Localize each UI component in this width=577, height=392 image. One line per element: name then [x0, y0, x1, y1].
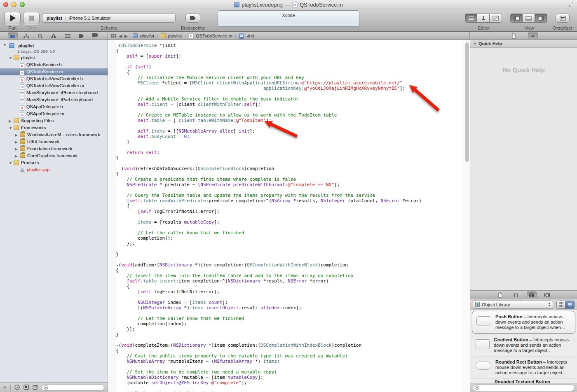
version-editor-button[interactable] — [490, 14, 502, 23]
navigator-row-mainstoryboard-ipad-storyboard[interactable]: MainStoryboard_iPad.storyboard — [0, 96, 108, 103]
unsaved-files-icon[interactable] — [33, 385, 38, 390]
navigator-row-qstodoservice-h[interactable]: hQSTodoService.h — [0, 61, 108, 68]
code-line: // Let the caller know that we finished — [116, 230, 464, 236]
search-navigator-icon[interactable] — [35, 33, 45, 39]
library-item-gradient-button[interactable]: Gradient Button – Intercepts mouse-down … — [471, 334, 576, 357]
code-line: self.client = [client clientWithFilter:s… — [116, 102, 464, 107]
forward-button[interactable]: ▶ — [124, 34, 128, 38]
navigator-row-supporting-files[interactable]: ▶Supporting Files — [0, 117, 108, 124]
project-navigator-icon[interactable] — [8, 33, 18, 39]
navigator-row-foundation-framework[interactable]: ▶Foundation.framework — [0, 145, 108, 152]
code-line: completion(); — [116, 236, 464, 241]
library-item-rounded-rect-button[interactable]: Rounded Rect Button – Intercepts mouse-d… — [471, 357, 576, 379]
back-button[interactable]: ◀ — [119, 34, 122, 38]
breakpoints-button[interactable] — [185, 14, 200, 23]
library-item-rounded-textured-button[interactable]: Rounded Textured Button — [471, 379, 576, 383]
editor-scrollbar[interactable] — [464, 40, 470, 392]
framework-icon — [20, 139, 25, 144]
navigator-row-qstodolistviewcontroller-m[interactable]: mQSTodoListViewController.m — [0, 82, 108, 89]
code-area[interactable]: -(QSTodoService *)init{ self = [super in… — [116, 43, 464, 392]
code-snippet-library-icon[interactable]: { } — [511, 292, 521, 298]
scheme-selector[interactable]: playlist 〉 iPhone 5.1 Simulator — [42, 14, 176, 23]
run-button[interactable] — [4, 12, 21, 24]
assistant-editor-button[interactable] — [477, 14, 490, 23]
disclosure-triangle-icon[interactable]: ▼ — [9, 125, 14, 132]
code-line: { — [116, 284, 464, 289]
code-line: { — [116, 268, 464, 273]
quick-help-inspector-icon[interactable]: ≈ — [528, 33, 538, 39]
folder-icon — [14, 55, 19, 60]
code-line: }]; — [116, 327, 464, 332]
navigator-row-qstodoservice-m[interactable]: mQSTodoService.m — [0, 68, 108, 75]
code-line: items = [results mutableCopy]; — [116, 219, 464, 225]
file-inspector-icon[interactable] — [509, 33, 519, 39]
navigator-project-row[interactable]: ▼ playlist 1 target, iOS SDK 6.0 — [0, 40, 108, 54]
code-line — [116, 294, 464, 300]
navigator-selector-bar — [0, 32, 108, 40]
disclosure-triangle-icon[interactable]: ▶ — [15, 132, 20, 139]
navigator-row-qstodolistviewcontroller-h[interactable]: hQSTodoListViewController.h — [0, 75, 108, 82]
title-separator: — — [285, 2, 290, 8]
navigator-row-windowsazurem-rvices-framework[interactable]: ▶WindowsAzureM…rvices.framework — [0, 131, 108, 138]
code-line — [116, 385, 464, 391]
navigator-row-frameworks[interactable]: ▼Frameworks — [0, 124, 108, 131]
storyboard-icon — [20, 97, 24, 102]
crumb-group[interactable]: playlist — [168, 33, 182, 38]
toggle-utilities-button[interactable] — [535, 14, 547, 23]
navigator-filter-field[interactable] — [42, 384, 104, 391]
object-library-icon[interactable] — [527, 292, 537, 298]
m-file-crumb-icon: m — [188, 33, 193, 38]
disclosure-triangle-icon[interactable]: ▶ — [15, 153, 20, 160]
standard-editor-button[interactable] — [465, 14, 477, 23]
project-name: playlist — [18, 43, 34, 48]
library-dropdown[interactable]: Object Library — [473, 301, 553, 309]
breakpoint-navigator-icon[interactable] — [76, 33, 86, 39]
disclosure-triangle-icon[interactable]: ▶ — [15, 146, 20, 153]
quick-help-header[interactable]: ▼ Quick Help — [470, 40, 577, 48]
disclosure-triangle-icon[interactable]: ▼ — [9, 160, 14, 167]
scheme-project: playlist — [47, 16, 62, 21]
run-label: Run — [4, 26, 21, 30]
media-library-icon[interactable] — [542, 292, 552, 298]
disclosure-triangle-icon[interactable]: ▼ — [3, 43, 8, 47]
code-line — [116, 364, 464, 369]
symbol-navigator-icon[interactable] — [21, 33, 31, 39]
file-template-library-icon[interactable] — [495, 292, 505, 298]
related-items-button[interactable] — [111, 34, 116, 38]
disclosure-triangle-icon[interactable]: ▶ — [9, 118, 14, 125]
disclosure-triangle-icon[interactable]: ▼ — [473, 42, 477, 46]
crumb-file[interactable]: QSTodoService.m — [196, 33, 232, 38]
navigator-row-qsappdelegate-h[interactable]: hQSAppDelegate.h — [0, 103, 108, 110]
toggle-debug-area-button[interactable] — [523, 14, 535, 23]
navigator-row-mainstoryboard-iphone-storyboard[interactable]: MainStoryboard_iPhone.storyboard — [0, 89, 108, 96]
navigator-row-playlist-app[interactable]: playlist.app — [0, 166, 108, 173]
library-search-field[interactable] — [473, 384, 575, 391]
disclosure-triangle-icon[interactable]: ▼ — [9, 55, 14, 62]
log-navigator-icon[interactable] — [90, 33, 100, 39]
library-item-push-button[interactable]: Push Button – Intercepts mouse-down even… — [472, 311, 575, 334]
navigator-row-qsappdelegate-m[interactable]: mQSAppDelegate.m — [0, 110, 108, 117]
stop-label: Stop — [23, 26, 40, 30]
crumb-project[interactable]: playlist — [140, 33, 154, 38]
grid-view-button[interactable] — [556, 301, 565, 309]
fullscreen-icon[interactable] — [569, 2, 574, 7]
add-icon[interactable]: + — [3, 385, 7, 390]
navigator-row-uikit-framework[interactable]: ▶UIKit.framework — [0, 138, 108, 145]
project-detail: 1 target, iOS SDK 6.0 — [17, 49, 108, 54]
code-line: } — [116, 139, 464, 145]
code-line: [self logErrorIfNotNil:error]; — [116, 209, 464, 214]
navigator-row-coregraphics-framework[interactable]: ▶CoreGraphics.framework — [0, 152, 108, 159]
toggle-navigator-button[interactable] — [510, 14, 523, 23]
scm-status-icon[interactable] — [23, 385, 29, 390]
debug-navigator-icon[interactable] — [63, 33, 73, 39]
navigator-row-playlist[interactable]: ▼playlist — [0, 54, 108, 61]
recent-files-icon[interactable] — [14, 385, 20, 390]
stop-button[interactable] — [23, 12, 40, 24]
scrollbar-thumb[interactable] — [465, 42, 469, 162]
issue-navigator-icon[interactable] — [49, 33, 59, 39]
organizer-button[interactable] — [556, 14, 570, 23]
navigator-row-products[interactable]: ▼Products — [0, 159, 108, 166]
crumb-symbol[interactable]: -init — [246, 33, 254, 38]
disclosure-triangle-icon[interactable]: ▶ — [15, 139, 20, 146]
list-view-button[interactable] — [565, 301, 575, 309]
